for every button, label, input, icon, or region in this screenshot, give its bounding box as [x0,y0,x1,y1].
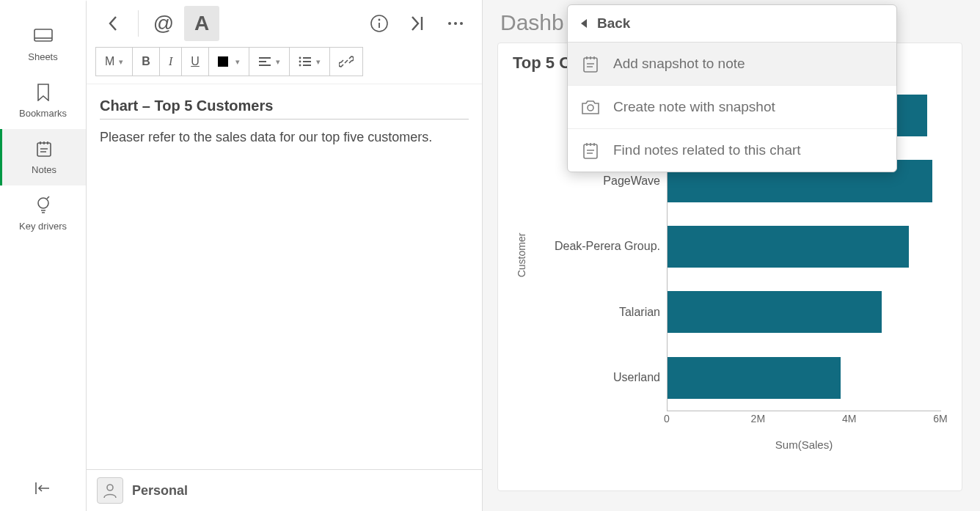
italic-button[interactable]: I [159,48,181,76]
sidebar-item-keydrivers[interactable]: Key drivers [0,185,86,242]
context-menu-create-note[interactable]: Create note with snapshot [568,86,896,129]
svg-rect-1 [37,143,51,156]
font-size-select[interactable]: M▾ [96,48,132,76]
svg-rect-0 [34,29,52,41]
owner-avatar[interactable] [97,477,123,504]
svg-point-4 [379,19,381,21]
svg-rect-14 [584,144,597,158]
sidebar-item-bookmarks[interactable]: Bookmarks [0,73,86,129]
y-axis-label: Customer [516,233,527,278]
chevron-left-icon [581,19,587,28]
note-title: Chart – Top 5 Customers [100,98,469,120]
color-swatch [218,56,228,67]
svg-point-9 [299,61,301,63]
info-button[interactable] [362,6,397,41]
svg-point-13 [588,105,593,111]
notes-editor-panel: @ A M▾ B I U ▾ [87,0,483,511]
context-menu-item-label: Create note with snapshot [613,99,775,115]
notes-top-toolbar: @ A [87,0,482,47]
svg-point-8 [299,57,301,59]
context-menu-item-label: Add snapshot to note [613,56,745,72]
chevron-down-icon: ▾ [119,57,123,67]
context-menu-find-notes[interactable]: Find notes related to this chart [568,129,896,172]
context-menu-back[interactable]: Back [568,5,896,43]
chart-bar[interactable]: Deak-Perera Group. [668,226,909,268]
svg-point-5 [448,22,451,25]
sidebar-item-label: Key drivers [19,221,67,232]
x-axis-label: Sum(Sales) [667,438,941,451]
info-icon [370,14,389,33]
context-menu-back-label: Back [597,15,630,32]
text-format-button[interactable]: A [184,6,219,41]
camera-icon [581,98,600,117]
collapse-sidebar-button[interactable] [0,468,86,511]
svg-point-6 [454,22,457,25]
chevron-down-icon: ▾ [316,57,321,67]
x-tick-label: 6M [933,413,947,424]
svg-point-10 [299,65,301,67]
chevron-left-icon [108,15,118,32]
left-sidebar: Sheets Bookmarks Notes Key drivers [0,0,87,511]
context-menu-add-snapshot[interactable]: Add snapshot to note [568,43,896,86]
divider [138,10,139,37]
note-search-icon [581,141,600,160]
svg-point-2 [38,198,48,208]
last-icon [410,15,425,32]
link-icon [339,54,354,69]
x-tick-label: 2M [751,413,765,424]
list-icon [299,56,312,67]
more-icon [447,21,464,26]
sidebar-item-label: Sheets [28,51,57,62]
x-axis: 02M4M6M [667,413,941,430]
svg-rect-12 [584,58,597,72]
text-color-select[interactable]: ▾ [209,48,249,76]
sidebar-item-sheets[interactable]: Sheets [0,16,86,73]
chart-bar[interactable]: Userland [668,357,841,399]
note-editor-body[interactable]: Chart – Top 5 Customers Pleaser refer to… [87,84,482,469]
bookmark-icon [34,83,53,102]
sidebar-item-label: Notes [32,164,56,175]
sidebar-item-label: Bookmarks [19,108,67,119]
chevron-down-icon: ▾ [276,57,280,67]
notes-icon [34,139,54,158]
more-button[interactable] [438,6,473,41]
bold-button[interactable]: B [133,48,159,76]
underline-button[interactable]: U [181,48,208,76]
bar-category-label: Talarian [528,306,668,319]
format-toolbar: M▾ B I U ▾ ▾ ▾ [87,47,482,84]
goto-end-button[interactable] [400,6,435,41]
align-select[interactable]: ▾ [249,48,289,76]
notes-footer: Personal [87,469,482,511]
chart-bar[interactable]: Talarian [668,291,882,333]
bar-category-label: PageWave [528,174,668,188]
context-menu-item-label: Find notes related to this chart [613,142,801,158]
mention-button[interactable]: @ [146,6,181,41]
note-text: Pleaser refer to the sales data for our … [100,130,469,145]
owner-label: Personal [132,483,188,499]
back-button[interactable] [95,6,131,41]
user-icon [102,482,118,499]
bar-category-label: Userland [528,371,668,384]
note-add-icon [581,54,600,73]
link-button[interactable] [330,48,362,76]
sheets-icon [34,26,53,45]
lightbulb-icon [34,196,53,215]
x-tick-label: 0 [664,413,670,424]
svg-point-7 [460,22,463,25]
sidebar-item-notes[interactable]: Notes [0,129,86,185]
svg-point-11 [107,485,113,490]
bar-category-label: Deak-Perera Group. [528,240,668,253]
chart-context-menu: Back Add snapshot to note Create note wi… [567,4,897,172]
collapse-icon [34,482,52,495]
chevron-down-icon: ▾ [235,57,240,67]
align-left-icon [258,56,271,67]
x-tick-label: 4M [842,413,856,424]
list-select[interactable]: ▾ [290,48,329,76]
